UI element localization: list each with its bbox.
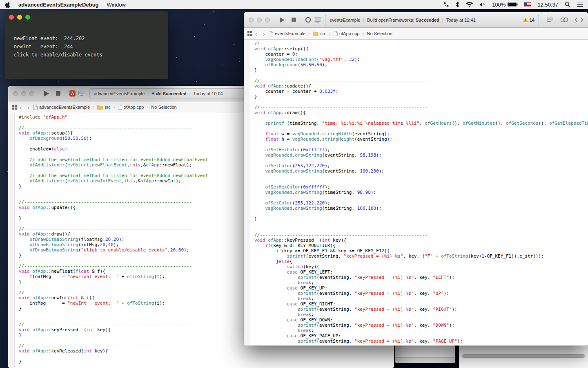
related-items-icon[interactable]	[247, 31, 252, 36]
code-line: sprintf(eventString, "keyPressed = (%i) …	[254, 307, 588, 312]
console-line: newInt event: 244	[14, 44, 73, 49]
code-line: }	[254, 216, 588, 222]
scheme-selector[interactable]: A	[69, 90, 85, 96]
code-line: counter = counter + 0.033f;	[254, 89, 588, 94]
breadcrumb-selection[interactable]: No Selection	[367, 31, 392, 36]
close-button[interactable]	[249, 18, 254, 22]
code-line: //--------------------------------------…	[254, 105, 588, 110]
horizontal-scrollbar[interactable]	[462, 354, 585, 358]
bluetooth-icon[interactable]	[456, 2, 459, 7]
breadcrumb-folder[interactable]: src	[97, 105, 111, 110]
breadcrumb-project[interactable]: advancedEventsExample	[33, 105, 90, 110]
stop-button[interactable]	[52, 89, 64, 99]
window-controls	[249, 18, 270, 22]
standard-editor-icon[interactable]	[546, 17, 554, 22]
code-line: //--------------------------------------…	[254, 41, 588, 46]
code-line: }else{	[254, 259, 588, 264]
folder-icon	[97, 105, 103, 110]
apple-menu-icon[interactable]	[5, 2, 10, 8]
code-line	[254, 179, 588, 184]
code-line: vagRounded.drawString(eventString, 100,2…	[254, 168, 588, 174]
code-line: case OF_KEY_RIGHT:	[254, 301, 588, 307]
battery-icon	[508, 2, 518, 7]
source-editor[interactable]: //--------------------------------------…	[244, 40, 588, 345]
code-line: void ofApp::draw(){	[254, 110, 588, 115]
close-button[interactable]	[9, 15, 14, 20]
activity-time: Today at 12:41	[446, 18, 476, 22]
wifi-icon[interactable]	[466, 2, 473, 7]
back-button[interactable]: ‹	[255, 31, 257, 37]
code-line: vagRounded.drawString(timeString, 100,10…	[254, 206, 588, 211]
my-mac-device-icon	[314, 17, 321, 23]
cpp-file-icon	[334, 31, 338, 36]
breadcrumb-project[interactable]: eventsExample	[269, 31, 305, 36]
zoom-button[interactable]	[25, 15, 30, 20]
code-line: }	[254, 94, 588, 99]
warning-badge[interactable]: 14	[523, 18, 535, 22]
code-line: ofBackground(50,50,50);	[254, 62, 588, 67]
code-line: if(key >= OF_KEY_F1 && key <= OF_KEY_F12…	[254, 248, 588, 254]
forward-button[interactable]: ›	[27, 104, 29, 110]
minimize-button[interactable]	[257, 18, 262, 22]
forward-button[interactable]: ›	[263, 31, 265, 37]
breadcrumb-file[interactable]: ofApp.cpp	[118, 105, 144, 110]
code-line: }	[19, 359, 394, 364]
menu-window[interactable]: Window	[107, 2, 126, 8]
breadcrumb-separator: ›	[362, 31, 364, 36]
background-window-fragment	[459, 342, 588, 368]
related-items-icon[interactable]	[12, 105, 17, 110]
activity-project: eventsExample	[330, 18, 360, 22]
breadcrumb-separator: ›	[147, 104, 148, 110]
breadcrumb-selection[interactable]: No Selection	[151, 105, 176, 110]
code-line: ofSetColor(255,122,220);	[254, 200, 588, 206]
code-line: sprintf (timeString, "time: %i:%i:%i \ne…	[254, 121, 588, 126]
code-line: ofSetHexColor(0xffffff);	[254, 147, 588, 153]
active-app-menu[interactable]: advancedEventsExampleDebug	[18, 2, 99, 8]
code-line: sprintf(eventString, "keyPressed = (%i) …	[254, 291, 588, 296]
code-line: ofSetHexColor(0xffffff);	[254, 184, 588, 190]
breadcrumb-file[interactable]: ofApp.cpp	[334, 31, 360, 36]
breadcrumb-separator: ›	[308, 31, 310, 36]
scheme-selector[interactable]	[305, 17, 321, 23]
code-line: void ofApp::keyReleased(int key){	[19, 348, 394, 354]
close-button[interactable]	[13, 91, 18, 96]
code-line	[254, 174, 588, 179]
code-line: case OF_KEY_DOWN:	[254, 317, 588, 323]
menu-bar-clock[interactable]: 12:50:37	[537, 2, 558, 8]
code-line: float h = vagRounded.stringHeight(eventS…	[254, 137, 588, 142]
stop-button[interactable]	[288, 15, 299, 25]
breadcrumb-folder[interactable]: src	[313, 31, 326, 36]
zoom-button[interactable]	[265, 18, 270, 22]
phone-icon[interactable]	[443, 2, 449, 7]
battery-indicator[interactable]: 100%	[492, 2, 518, 8]
console-line: newFloat event: 244.202	[14, 36, 85, 41]
code-line	[254, 158, 588, 163]
spotlight-icon[interactable]	[565, 2, 570, 7]
cpp-file-icon	[118, 105, 122, 110]
activity-view[interactable]: eventsExample | Build openFrameworks: Su…	[325, 15, 539, 25]
notification-center-icon[interactable]	[577, 2, 583, 7]
back-button[interactable]: ‹	[20, 104, 22, 110]
minimize-button[interactable]	[17, 15, 22, 20]
run-button[interactable]	[41, 89, 52, 99]
code-text[interactable]: //--------------------------------------…	[250, 40, 588, 345]
minimize-button[interactable]	[21, 91, 26, 96]
code-line	[254, 211, 588, 216]
version-editor-icon[interactable]	[575, 17, 583, 22]
code-line: vagRounded.drawString(timeString, 98,98)…	[254, 190, 588, 195]
volume-icon[interactable]	[479, 2, 486, 7]
keyboard-layout-flag-icon[interactable]	[524, 2, 531, 7]
console-line: click to enable/disable events	[14, 52, 102, 58]
code-line: counter = 0;	[254, 52, 588, 57]
xcode-toolbar: eventsExample | Build openFrameworks: Su…	[244, 12, 588, 28]
code-line: case OF_KEY_PAGE_UP:	[254, 333, 588, 339]
code-line: sprintf(eventString, "keyPressed = (%i) …	[254, 275, 588, 280]
code-line: case OF_KEY_UP:	[254, 285, 588, 291]
code-line: break;	[254, 280, 588, 285]
code-line	[254, 222, 588, 227]
code-line: sprintf(eventString, "keyPressed = (%i) …	[254, 323, 588, 328]
assistant-editor-icon[interactable]	[560, 17, 568, 22]
zoom-button[interactable]	[29, 91, 34, 96]
editor-mode-buttons	[546, 17, 583, 22]
run-button[interactable]	[276, 15, 288, 25]
